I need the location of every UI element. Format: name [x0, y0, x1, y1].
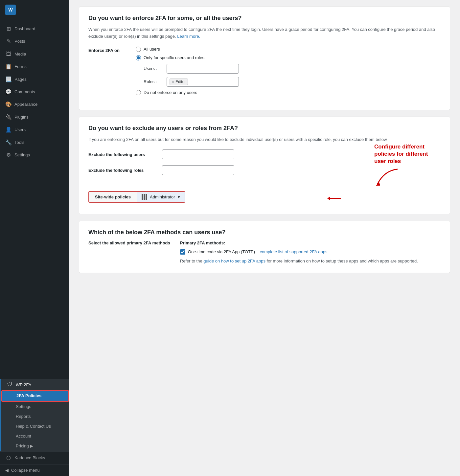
sidebar-item-plugins[interactable]: 🔌Plugins [0, 111, 69, 124]
methods-section: Which of the below 2FA methods can users… [79, 221, 450, 273]
enforce-title: Do you want to enforce 2FA for some, or … [88, 15, 441, 22]
sidebar-item-pricing[interactable]: Pricing ▶ [1, 441, 69, 451]
users-field: Users : [144, 64, 239, 74]
media-icon: 🖼 [5, 51, 12, 58]
methods-row: Select the allowed primary 2FA methods P… [88, 240, 441, 264]
totp-link[interactable]: complete list of supported 2FA apps. [260, 249, 329, 254]
sidebar-item-dashboard[interactable]: ⊞Dashboard [0, 23, 69, 35]
exclude-roles-input[interactable] [162, 165, 234, 175]
posts-icon: ✎ [5, 38, 12, 45]
administrator-tab[interactable]: Administrator ▾ [137, 192, 185, 202]
enforce-description: When you enforce 2FA the users will be p… [88, 26, 441, 40]
sidebar-item-2fa-settings[interactable]: Settings [1, 402, 69, 412]
policy-tabs-bar: Site-wide policies Administrator ▾ [88, 191, 185, 203]
dashboard-icon: ⊞ [5, 25, 12, 33]
wp2fa-icon: 🛡 [7, 382, 13, 388]
sidebar: W ⊞Dashboard ✎Posts 🖼Media 📋Forms 📃Pages… [0, 0, 69, 476]
roles-field: Roles : × Editor [144, 77, 239, 87]
sidebar-item-help[interactable]: Help & Contact Us [1, 421, 69, 431]
exclude-title: Do you want to exclude any users or role… [88, 125, 441, 132]
totp-label: One-time code via 2FA App (TOTP) – compl… [188, 249, 329, 255]
sidebar-menu: ⊞Dashboard ✎Posts 🖼Media 📋Forms 📃Pages 💬… [0, 20, 69, 379]
grid-icon [142, 194, 147, 200]
sidebar-item-media[interactable]: 🖼Media [0, 48, 69, 60]
roles-label: Roles : [144, 79, 163, 84]
tab-arrow-svg [326, 192, 342, 205]
totp-checkbox-row: One-time code via 2FA App (TOTP) – compl… [180, 249, 418, 255]
pages-icon: 📃 [5, 76, 12, 83]
wp-logo: W [0, 0, 69, 20]
policy-tabs-container: Site-wide policies Administrator ▾ [88, 191, 185, 203]
exclude-roles-label: Exclude the following roles [88, 168, 154, 173]
radio-all-users-input[interactable] [136, 47, 141, 52]
wp2fa-header[interactable]: 🛡 WP 2FA [1, 379, 69, 390]
enforce-controls: All users Only for specific users and ro… [136, 47, 239, 95]
sidebar-item-users[interactable]: 👤Users [0, 124, 69, 136]
annotation-text: Configure different policies for differe… [374, 143, 440, 165]
users-icon: 👤 [5, 126, 12, 133]
wp2fa-submenu: 2FA Policies Settings Reports Help & Con… [1, 390, 69, 451]
remove-editor-tag[interactable]: × [172, 79, 174, 84]
radio-specific-users-input[interactable] [136, 55, 141, 60]
methods-controls: Primary 2FA methods: One-time code via 2… [180, 240, 418, 264]
exclude-description: If you are enforcing 2FA on all users bu… [88, 136, 441, 143]
svg-marker-1 [327, 196, 330, 200]
collapse-icon: ◀ [5, 468, 9, 473]
exclude-users-row: Exclude the following users Configure di… [88, 149, 441, 159]
totp-checkbox[interactable] [180, 249, 185, 255]
wp2fa-section: 🛡 WP 2FA 2FA Policies Settings Reports H… [0, 379, 69, 451]
appearance-icon: 🎨 [5, 101, 12, 108]
plugins-icon: 🔌 [5, 114, 12, 121]
sidebar-item-pages[interactable]: 📃Pages [0, 73, 69, 86]
wp-logo-icon: W [5, 5, 16, 15]
sidebar-item-posts[interactable]: ✎Posts [0, 35, 69, 48]
radio-all-users[interactable]: All users [136, 47, 239, 52]
tools-icon: 🔧 [5, 139, 12, 146]
sidebar-item-appearance[interactable]: 🎨Appearance [0, 98, 69, 111]
methods-title: Which of the below 2FA methods can users… [88, 229, 441, 236]
settings-icon: ⚙ [5, 151, 12, 159]
select-methods-label: Select the allowed primary 2FA methods [88, 240, 170, 245]
learn-more-link[interactable]: Learn more. [177, 34, 200, 39]
enforce-label: Enforce 2FA on [88, 47, 128, 53]
hint-text: Refer to the guide on how to set up 2FA … [180, 258, 418, 265]
forms-icon: 📋 [5, 63, 12, 70]
annotation-arrow [374, 168, 401, 187]
enforce-section: Do you want to enforce 2FA for some, or … [79, 7, 450, 110]
collapse-menu-button[interactable]: ◀ Collapse menu [0, 464, 69, 476]
sidebar-item-tools[interactable]: 🔧Tools [0, 136, 69, 149]
sidebar-item-settings[interactable]: ⚙Settings [0, 149, 69, 161]
primary-methods-label: Primary 2FA methods: [180, 240, 418, 245]
roles-input[interactable]: × Editor [167, 77, 239, 87]
editor-tag: × Editor [170, 79, 188, 85]
users-input[interactable] [167, 64, 239, 74]
enforce-on-row: Enforce 2FA on All users Only for specif… [88, 47, 441, 95]
sidebar-item-reports[interactable]: Reports [1, 412, 69, 421]
main-content: Do you want to enforce 2FA for some, or … [69, 0, 460, 476]
sidebar-item-forms[interactable]: 📋Forms [0, 60, 69, 73]
sidebar-item-account[interactable]: Account [1, 431, 69, 441]
setup-guide-link[interactable]: guide on how to set up 2FA apps [203, 259, 265, 263]
sidebar-item-kadence[interactable]: ⬡ Kadence Blocks [0, 451, 69, 464]
annotation: Configure different policies for differe… [374, 143, 440, 187]
radio-specific-users[interactable]: Only for specific users and roles [136, 55, 239, 60]
exclude-users-label: Exclude the following users [88, 152, 154, 157]
tab-arrow [326, 192, 342, 205]
users-label: Users : [144, 66, 163, 71]
exclude-users-input[interactable] [162, 149, 234, 159]
sidebar-item-2fa-policies[interactable]: 2FA Policies [1, 390, 69, 401]
radio-no-enforce-input[interactable] [136, 90, 141, 95]
site-wide-tab[interactable]: Site-wide policies [89, 192, 137, 202]
exclude-section: Do you want to exclude any users or role… [79, 117, 450, 215]
radio-no-enforce[interactable]: Do not enforce on any users [136, 90, 239, 95]
kadence-icon: ⬡ [5, 454, 12, 462]
comments-icon: 💬 [5, 88, 12, 96]
sidebar-item-comments[interactable]: 💬Comments [0, 86, 69, 98]
